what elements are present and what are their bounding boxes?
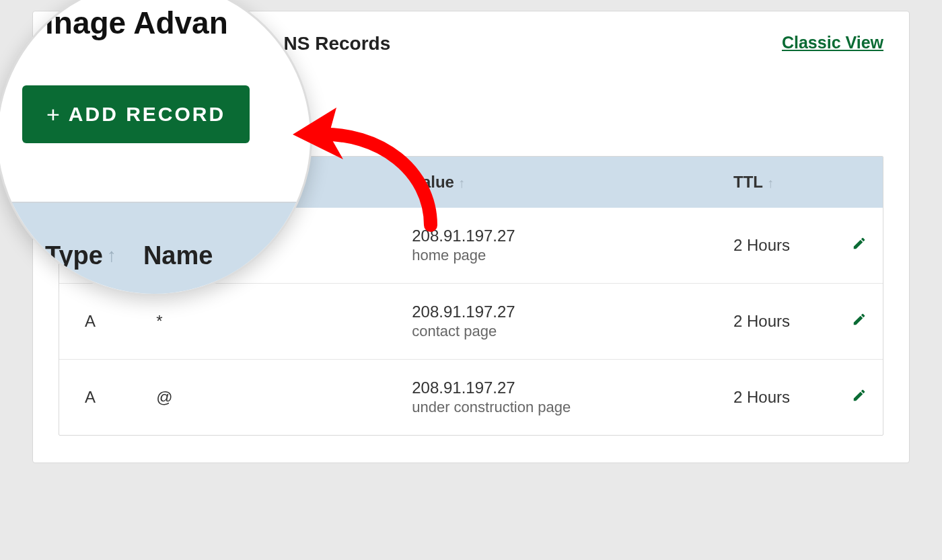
classic-view-link[interactable]: Classic View [782,33,883,52]
edit-icon[interactable] [852,312,867,331]
edit-icon[interactable] [852,388,867,407]
magnified-add-record-button[interactable]: + ADD RECORD [22,85,250,143]
plus-icon: + [46,103,62,126]
cell-ttl: 2 Hours [721,208,836,284]
edit-icon[interactable] [852,236,867,255]
magnified-column-header-name[interactable]: Name [143,241,213,270]
column-header-ttl[interactable]: TTL↑ [721,157,836,208]
column-header-value[interactable]: Value↑ [400,157,721,208]
cell-type: A [59,284,144,360]
sort-arrow-icon: ↑ [767,175,774,190]
cell-value: 208.91.197.27 under construction page [400,360,721,436]
cell-value: 208.91.197.27 home page [400,208,721,284]
column-header-actions [836,157,883,208]
cell-name: * [144,284,400,360]
magnified-page-title: inage Advan [45,5,228,41]
sort-arrow-icon: ↑ [458,175,465,190]
cell-value: 208.91.197.27 contact page [400,284,721,360]
cell-name: @ [144,360,400,436]
table-row: A * 208.91.197.27 contact page 2 Hours [59,284,883,360]
sort-arrow-icon: ↑ [107,245,116,266]
table-row: A @ 208.91.197.27 under construction pag… [59,360,883,436]
cell-ttl: 2 Hours [721,360,836,436]
magnified-add-record-label: ADD RECORD [69,103,225,126]
cell-ttl: 2 Hours [721,284,836,360]
cell-type: A [59,360,144,436]
